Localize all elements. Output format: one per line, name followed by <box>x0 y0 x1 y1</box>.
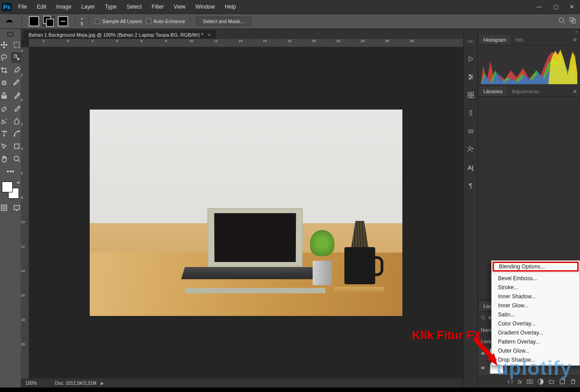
menu-layer[interactable]: Layer <box>77 2 99 12</box>
ruler-vertical: 4 2 0 2 4 6 8 10 12 14 16 18 20 <box>21 47 29 378</box>
svg-point-15 <box>18 93 19 95</box>
stamp-tool-icon[interactable] <box>0 90 10 101</box>
auto-enhance-checkbox[interactable]: Auto-Enhance <box>146 19 185 24</box>
layer-mask-icon[interactable] <box>527 378 533 386</box>
selection-new-icon[interactable] <box>28 16 40 27</box>
ruler-horizontal: 2 0 2 4 6 8 10 12 14 16 18 20 22 24 26 2… <box>29 39 463 47</box>
status-bar: 100% Doc: 1012,5K/2,31M ▶ <box>21 378 463 387</box>
filter-search-icon[interactable] <box>481 315 486 321</box>
link-layers-icon[interactable] <box>507 378 513 386</box>
menu-help[interactable]: Help <box>220 2 241 12</box>
menu-inner-shadow[interactable]: Inner Shadow... <box>492 292 580 301</box>
svg-point-39 <box>469 147 471 149</box>
hand-tool-icon[interactable] <box>0 153 10 164</box>
status-arrow-icon[interactable]: ▶ <box>99 381 104 386</box>
menu-drop-shadow[interactable]: Drop Shadow... <box>492 355 580 364</box>
menu-gradient-overlay[interactable]: Gradient Overlay... <box>492 328 580 337</box>
paragraph-panel-icon[interactable]: ¶ <box>466 181 476 191</box>
svg-rect-18 <box>14 144 19 148</box>
svg-rect-0 <box>29 17 39 26</box>
canvas[interactable] <box>29 47 463 378</box>
menu-blending-options[interactable]: Blending Options... <box>493 262 579 272</box>
window-minimize[interactable]: — <box>531 0 547 14</box>
menu-outer-glow[interactable]: Outer Glow... <box>492 346 580 355</box>
menu-select[interactable]: Select <box>122 2 146 12</box>
type-tool-icon[interactable] <box>0 128 10 139</box>
menu-stroke[interactable]: Stroke... <box>492 283 580 292</box>
selection-subtract-icon[interactable] <box>57 16 69 27</box>
lasso-tool-icon[interactable] <box>0 52 10 63</box>
quickmask-icon[interactable] <box>0 202 10 213</box>
svg-point-55 <box>529 381 531 382</box>
document-image <box>90 110 402 316</box>
menu-inner-glow[interactable]: Inner Glow... <box>492 301 580 310</box>
layer-style-menu: Blending Options... Bevel Emboss... Stro… <box>491 260 580 366</box>
svg-point-19 <box>14 156 19 161</box>
direct-select-tool-icon[interactable] <box>0 141 10 152</box>
svg-line-6 <box>563 22 565 24</box>
layer-fx-icon[interactable]: fx <box>518 379 522 385</box>
sample-all-layers-checkbox[interactable]: Sample All Layers <box>95 19 142 24</box>
tab-histogram[interactable]: Histogram <box>479 35 511 44</box>
more-tools-icon[interactable]: ••• <box>5 166 16 177</box>
select-and-mask-button[interactable]: Select and Mask... <box>196 17 251 26</box>
libraries-menu-icon[interactable]: ≡ <box>573 88 576 95</box>
histogram-menu-icon[interactable]: ≡ <box>573 37 576 43</box>
pen-tool-icon[interactable] <box>0 115 10 126</box>
current-tool-icon[interactable] <box>4 16 16 27</box>
svg-point-29 <box>469 75 470 76</box>
svg-point-31 <box>469 78 470 80</box>
brush-panel-icon[interactable] <box>466 108 476 118</box>
swap-colors-icon[interactable]: ⇄ <box>17 181 20 185</box>
adjustment-layer-icon[interactable] <box>537 378 544 386</box>
menu-color-overlay[interactable]: Color Overlay... <box>492 319 580 328</box>
character-panel-icon[interactable]: A| <box>466 163 476 172</box>
search-icon[interactable] <box>558 17 566 26</box>
eraser-tool-icon[interactable] <box>0 103 10 114</box>
share-icon[interactable] <box>569 17 576 26</box>
menu-file[interactable]: File <box>14 2 31 12</box>
strip-expand-icon[interactable]: « <box>467 39 475 44</box>
menu-type[interactable]: Type <box>100 2 121 12</box>
swatches-panel-icon[interactable] <box>466 90 476 100</box>
menu-bevel-emboss[interactable]: Bevel Emboss... <box>492 274 580 283</box>
window-close[interactable]: ✕ <box>564 0 580 14</box>
foreground-color-swatch[interactable] <box>2 182 13 192</box>
menu-pattern-overlay[interactable]: Pattern Overlay... <box>492 337 580 346</box>
tab-libraries[interactable]: Libraries <box>479 87 507 96</box>
menu-edit[interactable]: Edit <box>32 2 51 12</box>
menu-image[interactable]: Image <box>52 2 76 12</box>
svg-point-30 <box>471 76 472 78</box>
properties-panel-icon[interactable] <box>466 72 476 82</box>
menu-view[interactable]: View <box>169 2 190 12</box>
menu-window[interactable]: Window <box>191 2 219 12</box>
menu-satin[interactable]: Satin... <box>492 310 580 319</box>
app-logo: Ps <box>0 0 14 14</box>
document-tab[interactable]: Bahan 1 Background Meja.jpg @ 100% (Baha… <box>24 30 216 39</box>
tab-adjustments[interactable]: Adjustments <box>507 87 544 96</box>
svg-rect-33 <box>471 92 474 95</box>
brush-size-value[interactable]: 6 <box>81 21 83 26</box>
svg-rect-23 <box>14 206 19 210</box>
layers-options-icon[interactable] <box>466 126 476 136</box>
zoom-level[interactable]: 100% <box>25 381 37 386</box>
color-swatches[interactable]: ⇄ <box>2 182 19 199</box>
add-people-icon[interactable] <box>466 144 476 154</box>
selection-add-icon[interactable] <box>42 16 55 27</box>
healing-tool-icon[interactable] <box>0 77 10 88</box>
tools-expand-icon[interactable]: » <box>7 32 14 37</box>
svg-point-46 <box>481 316 484 319</box>
actions-panel-icon[interactable] <box>466 54 476 64</box>
svg-line-47 <box>484 318 486 320</box>
menu-filter[interactable]: Filter <box>147 2 169 12</box>
move-tool-icon[interactable] <box>0 39 10 50</box>
delete-layer-icon[interactable] <box>570 378 576 386</box>
panels-collapse-icon[interactable]: » <box>478 29 580 34</box>
window-maximize[interactable]: ▢ <box>547 0 564 14</box>
new-layer-icon[interactable] <box>559 378 566 386</box>
group-layers-icon[interactable] <box>548 378 555 386</box>
tab-info[interactable]: Info <box>511 35 528 44</box>
svg-point-17 <box>19 131 19 132</box>
close-tab-icon[interactable]: × <box>208 32 210 38</box>
crop-tool-icon[interactable] <box>0 65 10 76</box>
